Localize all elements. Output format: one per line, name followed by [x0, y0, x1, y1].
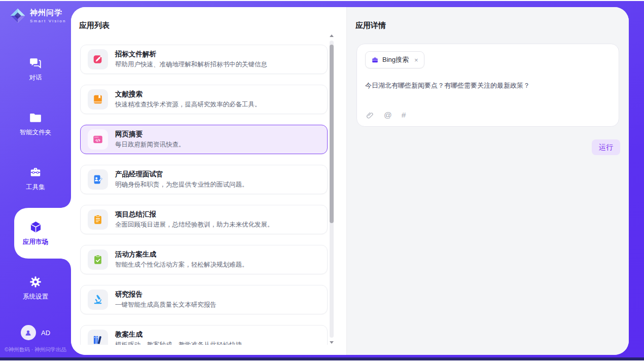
folder-icon: [29, 111, 43, 125]
sidebar-item-3[interactable]: 应用市场: [0, 206, 71, 261]
edit-square-icon: [88, 49, 108, 69]
app-card-title: 产品经理面试官: [115, 170, 248, 179]
app-card-5[interactable]: 活动方案生成智能生成个性化活动方案，轻松解决规划难题。: [80, 245, 328, 274]
sidebar-item-label: 对话: [29, 74, 42, 82]
app-card-4[interactable]: 项目总结汇报全面回顾项目进展，总结经验教训，助力未来优化发展。: [80, 205, 328, 234]
app-card-title: 网页摘要: [115, 130, 185, 139]
tool-chip-label: Bing搜索: [382, 55, 409, 64]
briefcase-icon: [371, 56, 379, 64]
brand-diamond-icon: [10, 8, 26, 24]
app-card-desc: 帮助用户快速、准确地理解和解析招标书中的关键信息: [115, 60, 267, 69]
app-list-title: 应用列表: [79, 21, 346, 30]
microscope-icon: [88, 289, 108, 310]
app-card-desc: 一键智能生成高质量长文本研究报告: [115, 301, 217, 309]
avatar: [21, 325, 36, 340]
scrollbar-thumb[interactable]: [330, 45, 334, 223]
clipboard-icon: [88, 209, 108, 230]
browser-code-icon: [88, 129, 108, 150]
app-card-title: 活动方案生成: [115, 250, 248, 259]
app-card-desc: 全面回顾项目进展，总结经验教训，助力未来优化发展。: [115, 221, 274, 229]
app-card-7[interactable]: 教案生成模板驱动，教案秒成，教学准备从此轻松快捷: [80, 325, 328, 345]
app-card-title: 招标文件解析: [115, 50, 267, 59]
cube-icon: [29, 221, 43, 234]
app-card-desc: 每日政府新闻资讯快查。: [115, 140, 185, 149]
app-list: 招标文件解析帮助用户快速、准确地理解和解析招标书中的关键信息文献搜索快速精准查找…: [80, 45, 346, 345]
app-detail-title: 应用详情: [355, 21, 620, 30]
app-card-3[interactable]: 产品经理面试官明确身份和职责，为您提供专业性的面试问题。: [80, 165, 328, 194]
app-list-panel: 应用列表 招标文件解析帮助用户快速、准确地理解和解析招标书中的关键信息文献搜索快…: [71, 7, 346, 355]
window-bottom-edge: [0, 357, 644, 360]
app-card-desc: 明确身份和职责，为您提供专业性的面试问题。: [115, 180, 248, 189]
app-card-title: 教案生成: [115, 330, 242, 339]
composer-card[interactable]: Bing搜索 × 今日湖北有哪些新闻要点？有哪些需要关注的最新政策？ @ #: [356, 44, 619, 127]
scrollbar[interactable]: [330, 41, 334, 338]
sidebar-item-4[interactable]: 系统设置: [0, 261, 71, 315]
books-icon: [88, 330, 108, 345]
app-card-desc: 模板驱动，教案秒成，教学准备从此轻松快捷: [115, 341, 242, 345]
app-canvas: 神州问学 Smart Vision 对话智能文件夹工具集应用市场系统设置 AD …: [0, 1, 644, 357]
app-card-title: 文献搜索: [115, 90, 261, 99]
app-card-0[interactable]: 招标文件解析帮助用户快速、准确地理解和解析招标书中的关键信息: [80, 45, 328, 74]
toolbox-icon: [29, 166, 43, 179]
at-icon[interactable]: @: [384, 111, 392, 120]
hash-icon[interactable]: #: [402, 111, 406, 120]
app-card-6[interactable]: 研究报告一键智能生成高质量长文本研究报告: [80, 285, 328, 314]
sidebar-item-label: 智能文件夹: [20, 128, 52, 137]
user-initials: AD: [41, 329, 50, 337]
sidebar-item-label: 工具集: [26, 183, 45, 192]
book-icon: [88, 89, 108, 110]
sidebar-item-0[interactable]: 对话: [0, 42, 71, 96]
main-content: 应用列表 招标文件解析帮助用户快速、准确地理解和解析招标书中的关键信息文献搜索快…: [71, 7, 629, 355]
scroll-down-icon[interactable]: [330, 341, 334, 344]
clipboard-check-icon: [88, 249, 108, 270]
paperclip-icon[interactable]: [366, 111, 374, 120]
user-row[interactable]: AD: [0, 325, 71, 340]
run-button[interactable]: 运行: [592, 139, 620, 155]
tool-chip[interactable]: Bing搜索 ×: [365, 51, 424, 68]
sidebar: 神州问学 Smart Vision 对话智能文件夹工具集应用市场系统设置 AD …: [0, 1, 71, 357]
app-card-1[interactable]: 文献搜索快速精准查找学术资源，提高研究效率的必备工具。: [80, 85, 328, 114]
query-text[interactable]: 今日湖北有哪些新闻要点？有哪些需要关注的最新政策？: [365, 81, 611, 91]
composer-tools: @ #: [366, 111, 406, 120]
sidebar-item-1[interactable]: 智能文件夹: [0, 96, 71, 151]
brand-subtitle: Smart Vision: [30, 19, 66, 23]
app-card-desc: 智能生成个性化活动方案，轻松解决规划难题。: [115, 261, 248, 269]
sidebar-nav: 对话智能文件夹工具集应用市场系统设置: [0, 42, 71, 315]
brand-name: 神州问学: [30, 8, 66, 18]
app-card-title: 项目总结汇报: [115, 210, 274, 219]
run-row: 运行: [356, 139, 620, 155]
app-card-2[interactable]: 网页摘要每日政府新闻资讯快查。: [80, 125, 328, 154]
app-card-title: 研究报告: [115, 290, 217, 299]
scroll-up-icon[interactable]: [330, 34, 334, 37]
app-detail-panel: 应用详情 Bing搜索 × 今日湖北有哪些新闻要点？有哪些需要关注的最新政策？: [346, 7, 629, 355]
person-doc-icon: [88, 169, 108, 190]
gear-icon: [29, 275, 43, 289]
person-icon: [24, 329, 32, 337]
sidebar-item-label: 系统设置: [23, 293, 48, 301]
chip-close-icon[interactable]: ×: [414, 56, 418, 64]
brand-logo: 神州问学 Smart Vision: [10, 8, 66, 24]
sidebar-item-label: 应用市场: [23, 238, 48, 246]
chat-icon: [29, 56, 43, 70]
app-card-desc: 快速精准查找学术资源，提高研究效率的必备工具。: [115, 100, 261, 109]
copyright: ©神州数码 · 神州问学出品: [5, 346, 66, 353]
